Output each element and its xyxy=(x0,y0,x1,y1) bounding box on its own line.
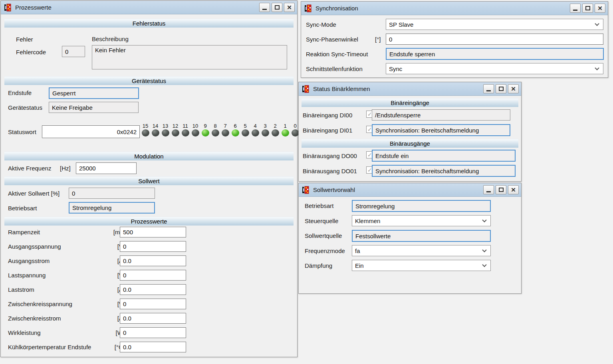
chevron-down-icon xyxy=(482,248,486,252)
window-title: Status Binärklemmen xyxy=(313,85,370,92)
binaereingang-di00-field: /Endstufensperre xyxy=(372,109,510,121)
reaktion-sync-timeout-field: Endstufe sperren xyxy=(386,48,604,60)
titlebar[interactable]: Sollwertvorwahl ✕ xyxy=(299,183,521,197)
process-value-label: Rampenzeit xyxy=(8,229,40,235)
betriebsart-label: Betriebsart xyxy=(305,202,334,209)
process-value-row: Zwischenkreisspannung[V]0 xyxy=(8,299,186,309)
statuswort-bit: 3 xyxy=(261,123,269,136)
bit-number: 8 xyxy=(214,123,216,129)
binaereingang-di01-field: Synchronisation: Bereitschaftsmeldung xyxy=(372,124,510,136)
app-icon xyxy=(304,4,312,13)
binaerausgang-do00-label: Binärausgang DO00 xyxy=(303,152,357,159)
maximize-button[interactable] xyxy=(496,185,506,194)
process-value-row: Rampenzeit[ms]500 xyxy=(8,227,186,237)
led-off-icon xyxy=(242,129,249,136)
statuswort-field: 0x0242 xyxy=(42,125,140,138)
process-value-field: 0 xyxy=(120,241,186,252)
section-header-prozesswerte: Prozesswerte xyxy=(4,217,294,226)
section-header-fehlerstatus: Fehlerstatus xyxy=(4,19,294,28)
aktive-frequenz-unit: [Hz] xyxy=(60,165,71,172)
bit-number: 4 xyxy=(254,123,256,129)
titlebar[interactable]: Status Binärklemmen ✕ xyxy=(299,82,521,96)
close-button[interactable]: ✕ xyxy=(508,84,519,93)
statuswort-bits: 1514131211109876543210 xyxy=(141,123,299,136)
led-off-icon xyxy=(142,129,149,136)
close-icon: ✕ xyxy=(287,4,292,10)
bit-number: 10 xyxy=(192,123,198,129)
frequenzmode-select[interactable]: fa xyxy=(352,245,491,256)
steuerquelle-select[interactable]: Klemmen xyxy=(352,215,491,226)
close-button[interactable]: ✕ xyxy=(595,4,605,13)
led-off-icon xyxy=(192,129,199,136)
schnittstellenfunktion-select[interactable]: Sync xyxy=(386,63,603,74)
statuswort-bit: 0 xyxy=(291,123,299,136)
process-value-label: Zwischenkreisspannung xyxy=(8,301,72,307)
close-icon: ✕ xyxy=(597,5,603,11)
minimize-button[interactable] xyxy=(259,3,270,12)
bit-number: 7 xyxy=(224,123,226,129)
window-title: Prozesswerte xyxy=(15,4,52,11)
fehlercode-field[interactable]: 0 xyxy=(62,46,85,57)
process-value-row: Lastspannung[V]0 xyxy=(8,270,186,281)
betriebsart-field: Stromregelung xyxy=(69,202,155,214)
process-value-field: 0 xyxy=(120,270,186,281)
minimize-button[interactable] xyxy=(483,84,494,93)
schnittstellenfunktion-label: Schnittstellenfunktion xyxy=(306,65,363,72)
bit-number: 9 xyxy=(204,123,206,129)
daempfung-select[interactable]: Ein xyxy=(352,260,491,271)
steuerquelle-value: Klemmen xyxy=(355,218,380,224)
statuswort-bit: 10 xyxy=(191,123,199,136)
process-value-field: 500 xyxy=(120,227,186,237)
endstufe-label: Endstufe xyxy=(8,89,32,96)
geraetestatus-label: Gerätestatus xyxy=(8,104,42,111)
section-header-binaereingaenge: Binäreingänge xyxy=(302,98,518,107)
maximize-icon xyxy=(275,5,280,10)
status-binaerklemmen-window: Status Binärklemmen ✕ Binäreingänge Binä… xyxy=(298,82,522,182)
binaerausgang-do01-label: Binärausgang DO01 xyxy=(303,168,357,174)
maximize-button[interactable] xyxy=(272,3,282,12)
led-off-icon xyxy=(272,129,279,136)
app-icon xyxy=(3,3,12,12)
led-off-icon xyxy=(212,129,219,136)
process-value-label: Zwischenkreisstrom xyxy=(8,315,61,322)
process-value-label: Lastspannung xyxy=(8,272,46,279)
statuswort-bit: 15 xyxy=(141,123,149,136)
process-value-field: 0 xyxy=(120,299,186,309)
minimize-icon xyxy=(573,10,577,11)
sync-mode-value: SP Slave xyxy=(389,21,413,28)
sync-mode-select[interactable]: SP Slave xyxy=(386,19,603,30)
chevron-down-icon xyxy=(482,263,486,267)
led-off-icon xyxy=(262,129,269,136)
titlebar[interactable]: Prozesswerte ✕ xyxy=(1,1,297,14)
steuerquelle-label: Steuerquelle xyxy=(305,218,338,224)
maximize-button[interactable] xyxy=(496,84,506,93)
led-off-icon xyxy=(162,129,169,136)
bit-number: 14 xyxy=(153,123,158,129)
statuswort-bit: 2 xyxy=(271,123,279,136)
minimize-button[interactable] xyxy=(570,4,581,13)
bit-number: 2 xyxy=(274,123,276,129)
synchronisation-window: Synchronisation ✕ Sync-Mode SP Slave Syn… xyxy=(301,1,608,78)
window-title: Sollwertvorwahl xyxy=(313,186,355,193)
aktive-frequenz-field[interactable]: 25000 xyxy=(76,162,137,174)
maximize-button[interactable] xyxy=(582,4,593,13)
sync-phasenwinkel-unit: [°] xyxy=(375,36,381,43)
aktiver-sollwert-label: Aktiver Sollwert [%] xyxy=(8,190,60,197)
prozesswerte-rows: Rampenzeit[ms]500Ausgangsspannung[V]0Aus… xyxy=(8,227,186,356)
minimize-button[interactable] xyxy=(483,185,494,194)
beschreibung-label: Beschreibung xyxy=(92,36,129,42)
maximize-icon xyxy=(585,6,590,10)
process-value-field: 0 xyxy=(120,327,186,338)
sync-phasenwinkel-field[interactable]: 0 xyxy=(386,34,603,45)
binaereingang-di00-label: Binäreingang DI00 xyxy=(303,112,352,119)
close-button[interactable]: ✕ xyxy=(508,185,519,194)
frequenzmode-label: Frequenzmode xyxy=(305,247,345,254)
process-value-field: 0.0 xyxy=(120,255,186,266)
reaktion-sync-timeout-label: Reaktion Sync-Timeout xyxy=(306,51,368,57)
endstufe-field: Gesperrt xyxy=(49,87,139,99)
statuswort-bit: 12 xyxy=(171,123,179,136)
process-value-row: Zwischenkreisstrom[A]0.0 xyxy=(8,313,186,324)
sync-mode-label: Sync-Mode xyxy=(306,21,336,28)
titlebar[interactable]: Synchronisation ✕ xyxy=(301,2,608,15)
close-button[interactable]: ✕ xyxy=(284,3,295,12)
